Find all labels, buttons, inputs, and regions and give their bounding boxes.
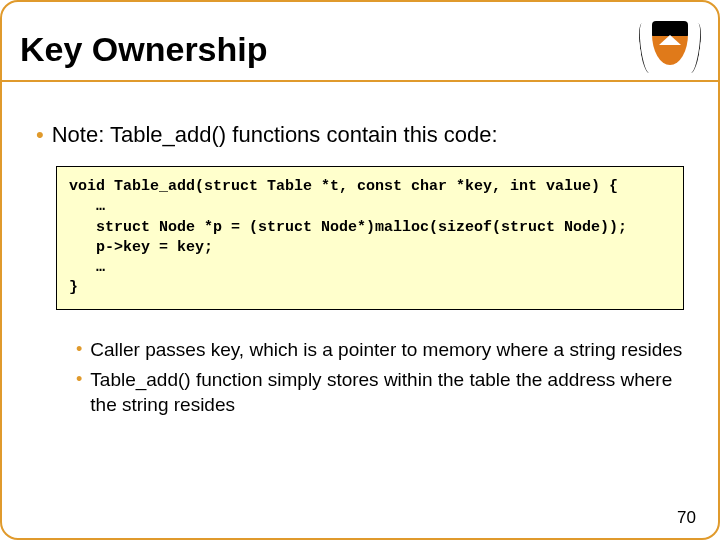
sub-bullet-1-text: Caller passes key, which is a pointer to… xyxy=(90,338,684,363)
note-bullet: Note: Table_add() functions contain this… xyxy=(36,122,684,148)
princeton-shield-icon xyxy=(640,21,700,77)
slide-body: Note: Table_add() functions contain this… xyxy=(36,122,684,424)
code-block: void Table_add(struct Table *t, const ch… xyxy=(56,166,684,310)
slide-frame: Key Ownership Note: Table_add() function… xyxy=(0,0,720,540)
sub-bullet-2: Table_add() function simply stores withi… xyxy=(76,368,684,417)
sub-bullet-2-text: Table_add() function simply stores withi… xyxy=(90,368,684,417)
bullet-icon xyxy=(76,368,82,390)
page-number: 70 xyxy=(677,508,696,528)
title-bar: Key Ownership xyxy=(20,14,700,84)
note-text: Note: Table_add() functions contain this… xyxy=(52,122,498,148)
title-divider xyxy=(2,80,718,82)
sub-bullet-list: Caller passes key, which is a pointer to… xyxy=(76,338,684,418)
slide-title: Key Ownership xyxy=(20,30,268,69)
sub-bullet-1: Caller passes key, which is a pointer to… xyxy=(76,338,684,363)
bullet-icon xyxy=(76,338,82,360)
bullet-icon xyxy=(36,122,44,148)
